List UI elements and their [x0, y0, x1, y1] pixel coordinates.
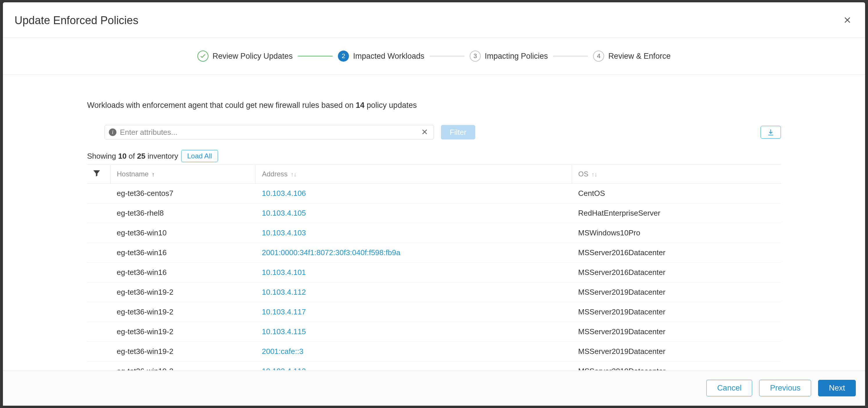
- row-filter-cell: [87, 203, 110, 223]
- step-label: Review Policy Updates: [213, 52, 292, 61]
- table-row: eg-tet36-win19-22001:cafe::3MSServer2019…: [87, 342, 781, 361]
- showing-of: of: [127, 152, 137, 161]
- step-label: Impacted Workloads: [353, 52, 425, 61]
- table-row: eg-tet36-win19-210.103.4.113MSServer2019…: [87, 361, 781, 371]
- showing-shown: 10: [118, 152, 127, 161]
- os-cell: MSServer2019Datacenter: [572, 322, 781, 342]
- row-filter-cell: [87, 263, 110, 283]
- table-row: eg-tet36-centos710.103.4.106CentOS: [87, 184, 781, 203]
- os-cell: CentOS: [572, 184, 781, 203]
- row-filter-cell: [87, 283, 110, 302]
- os-cell: MSServer2019Datacenter: [572, 342, 781, 361]
- clear-filter-button[interactable]: ✕: [420, 127, 430, 137]
- os-cell: MSServer2019Datacenter: [572, 302, 781, 322]
- os-cell: MSServer2019Datacenter: [572, 283, 781, 302]
- hostname-cell: eg-tet36-win10: [110, 223, 255, 243]
- row-filter-cell: [87, 243, 110, 263]
- address-link[interactable]: 10.103.4.105: [255, 203, 572, 223]
- step-label: Review & Enforce: [608, 52, 671, 61]
- row-filter-cell: [87, 342, 110, 361]
- showing-row: Showing 10 of 25 inventory Load All: [87, 150, 781, 162]
- address-link[interactable]: 10.103.4.112: [255, 283, 572, 302]
- sort-asc-icon: ↑: [152, 171, 155, 178]
- table-row: eg-tet36-win1610.103.4.101MSServer2016Da…: [87, 263, 781, 283]
- download-button[interactable]: [761, 126, 781, 139]
- row-filter-cell: [87, 361, 110, 371]
- step-review-policy-updates[interactable]: Review Policy Updates: [197, 51, 292, 62]
- filter-column-header[interactable]: [87, 165, 110, 184]
- hostname-cell: eg-tet36-win19-2: [110, 342, 255, 361]
- close-icon: ✕: [421, 127, 428, 137]
- attribute-filter-input-wrapper[interactable]: i ✕: [104, 125, 434, 140]
- address-link[interactable]: 10.103.4.103: [255, 223, 572, 243]
- table-row: eg-tet36-win19-210.103.4.117MSServer2019…: [87, 302, 781, 322]
- desc-suffix: policy updates: [365, 101, 417, 110]
- address-link[interactable]: 10.103.4.106: [255, 184, 572, 203]
- table-row: eg-tet36-win162001:0000:34f1:8072:30f3:0…: [87, 243, 781, 263]
- row-filter-cell: [87, 223, 110, 243]
- cancel-button[interactable]: Cancel: [706, 380, 752, 397]
- step-impacting-policies[interactable]: 3 Impacting Policies: [470, 51, 548, 62]
- os-cell: RedHatEnterpriseServer: [572, 203, 781, 223]
- update-policies-modal: Update Enforced Policies Review Policy U…: [3, 2, 865, 406]
- checkmark-icon: [197, 51, 209, 62]
- address-link[interactable]: 10.103.4.113: [255, 361, 572, 371]
- row-filter-cell: [87, 302, 110, 322]
- os-cell: MSWindows10Pro: [572, 223, 781, 243]
- attribute-filter-input[interactable]: [120, 128, 416, 137]
- os-cell: MSServer2016Datacenter: [572, 243, 781, 263]
- row-filter-cell: [87, 184, 110, 203]
- table-row: eg-tet36-win19-210.103.4.115MSServer2019…: [87, 322, 781, 342]
- showing-prefix: Showing: [87, 152, 118, 161]
- hostname-cell: eg-tet36-centos7: [110, 184, 255, 203]
- column-label: OS: [578, 170, 588, 178]
- os-cell: MSServer2016Datacenter: [572, 263, 781, 283]
- hostname-cell: eg-tet36-win19-2: [110, 361, 255, 371]
- info-icon: i: [109, 128, 116, 136]
- modal-title: Update Enforced Policies: [14, 14, 138, 27]
- funnel-icon: [92, 169, 101, 178]
- filter-button[interactable]: Filter: [441, 125, 475, 140]
- address-link[interactable]: 10.103.4.115: [255, 322, 572, 342]
- column-label: Address: [262, 170, 287, 178]
- workloads-table: Hostname ↑ Address ↑↓ OS ↑↓ eg-tet36-cen…: [87, 165, 781, 370]
- hostname-cell: eg-tet36-win19-2: [110, 322, 255, 342]
- sort-icon: ↑↓: [290, 171, 297, 178]
- address-link[interactable]: 2001:0000:34f1:8072:30f3:040f:f598:fb9a: [255, 243, 572, 263]
- load-all-button[interactable]: Load All: [181, 150, 218, 162]
- modal-footer: Cancel Previous Next: [3, 370, 865, 406]
- address-column-header[interactable]: Address ↑↓: [255, 165, 572, 184]
- step-connector: [430, 56, 464, 56]
- address-link[interactable]: 10.103.4.101: [255, 263, 572, 283]
- close-icon: [842, 15, 852, 25]
- address-link[interactable]: 2001:cafe::3: [255, 342, 572, 361]
- os-cell: MSServer2019Datacenter: [572, 361, 781, 371]
- step-label: Impacting Policies: [485, 52, 548, 61]
- modal-header: Update Enforced Policies: [3, 2, 865, 38]
- table-row: eg-tet36-win19-210.103.4.112MSServer2019…: [87, 283, 781, 302]
- row-filter-cell: [87, 322, 110, 342]
- showing-suffix: inventory: [146, 152, 178, 161]
- showing-total: 25: [137, 152, 146, 161]
- next-button[interactable]: Next: [818, 380, 856, 397]
- hostname-column-header[interactable]: Hostname ↑: [110, 165, 255, 184]
- desc-prefix: Workloads with enforcement agent that co…: [87, 101, 356, 110]
- hostname-cell: eg-tet36-rhel8: [110, 203, 255, 223]
- hostname-cell: eg-tet36-win16: [110, 243, 255, 263]
- os-column-header[interactable]: OS ↑↓: [572, 165, 781, 184]
- previous-button[interactable]: Previous: [759, 380, 811, 397]
- close-button[interactable]: [841, 14, 854, 27]
- address-link[interactable]: 10.103.4.117: [255, 302, 572, 322]
- table-row: eg-tet36-rhel810.103.4.105RedHatEnterpri…: [87, 203, 781, 223]
- filter-row: i ✕ Filter: [104, 125, 781, 140]
- hostname-cell: eg-tet36-win16: [110, 263, 255, 283]
- description-text: Workloads with enforcement agent that co…: [87, 101, 781, 110]
- showing-text: Showing 10 of 25 inventory: [87, 152, 178, 161]
- step-impacted-workloads[interactable]: 2 Impacted Workloads: [338, 51, 425, 62]
- policy-update-count: 14: [356, 101, 365, 110]
- wizard-stepper: Review Policy Updates 2 Impacted Workloa…: [3, 38, 865, 75]
- hostname-cell: eg-tet36-win19-2: [110, 302, 255, 322]
- sort-icon: ↑↓: [591, 171, 597, 178]
- step-review-enforce[interactable]: 4 Review & Enforce: [593, 51, 671, 62]
- step-connector: [298, 56, 333, 56]
